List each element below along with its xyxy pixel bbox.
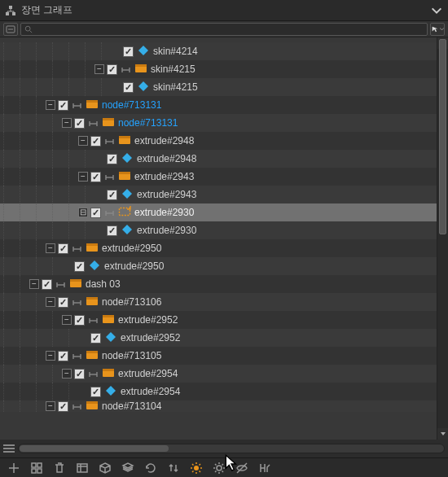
horizontal-scrollbar[interactable] [18,444,445,453]
trash-button[interactable] [52,461,67,475]
svg-rect-55 [70,279,81,282]
tree-row[interactable]: −✓extrude#2930 [0,221,448,239]
visibility-checkbox[interactable]: ✓ [58,351,68,361]
expand-toggle[interactable]: − [62,118,72,128]
visibility-checkbox[interactable]: ✓ [123,82,134,93]
hierarchy-cap-icon [104,137,115,145]
expand-toggle[interactable]: − [78,172,88,182]
tree-item-label: extrude#2954 [121,386,180,397]
visibility-checkbox[interactable]: ✓ [90,172,101,182]
expand-toggle[interactable]: − [62,369,72,379]
tree-row[interactable]: ⊟✓extrude#2930 [0,203,448,221]
search-field[interactable] [35,24,424,34]
expand-toggle[interactable]: ⊟ [78,208,88,217]
tree-item-label: extrude#2952 [118,314,178,326]
visibility-checkbox[interactable]: ✓ [107,190,117,200]
panel-header: 장면 그래프 [0,0,448,21]
refresh-button[interactable] [143,461,158,475]
node-icon [102,313,118,328]
expand-toggle[interactable]: − [62,315,72,325]
visibility-checkbox[interactable]: ✓ [90,136,101,147]
node-icon [86,241,102,256]
tree-row[interactable]: −✓extrude#2943 [0,168,448,186]
expand-toggle[interactable]: − [29,279,39,289]
visibility-checkbox[interactable]: ✓ [58,297,68,308]
svg-rect-84 [86,401,98,404]
tree-row[interactable]: −✓extrude#2950 [0,257,448,275]
visibility-checkbox[interactable]: ✓ [74,315,85,326]
visibility-checkbox[interactable]: ✓ [123,46,134,57]
svg-rect-18 [86,100,98,103]
visibility-checkbox[interactable]: ✓ [58,243,68,254]
svg-rect-48 [86,243,98,246]
tree-row[interactable]: −✓extrude#2950 [0,239,448,257]
tree-view[interactable]: −✓skin#4214−✓skin#4215−✓skin#4215−✓node#… [0,37,448,440]
horizontal-scroll-thumb[interactable] [20,445,169,452]
tree-options-icon[interactable] [3,444,15,453]
skin-icon [137,44,153,59]
node-icon [86,295,102,310]
expand-toggle[interactable]: − [78,136,88,146]
search-input[interactable] [20,23,428,36]
vertical-scroll-thumb[interactable] [439,39,446,234]
cube-button[interactable] [98,461,112,475]
expand-toggle[interactable]: − [46,100,55,110]
tree-row[interactable]: −✓node#713106 [0,293,448,311]
expand-toggle[interactable]: − [46,243,55,253]
tree-row[interactable]: −✓node#713131 [0,114,448,132]
hierarchy-cap-icon [88,316,99,324]
tree-row[interactable]: −✓extrude#2952 [0,311,448,329]
selection-filter-button[interactable] [430,23,445,36]
visibility-checkbox[interactable]: ✓ [90,333,101,344]
expand-toggle[interactable]: − [46,351,55,361]
visibility-checkbox[interactable]: ✓ [58,401,68,412]
tree-item-label: node#713131 [102,99,161,111]
tree-row[interactable]: −✓extrude#2954 [0,365,448,383]
tree-row[interactable]: −✓node#713105 [0,347,448,365]
tree-item-label: extrude#2948 [137,153,196,164]
panel-title: 장면 그래프 [21,3,430,17]
scroll-down-button[interactable] [437,428,448,440]
tree-row[interactable]: −✓skin#4215 [0,78,448,96]
sun-dark-button[interactable] [212,461,226,475]
tree-row[interactable]: −✓extrude#2952 [0,329,448,347]
visibility-checkbox[interactable]: ✓ [74,118,85,129]
filter-mode-button[interactable] [3,23,18,36]
tree-row[interactable]: −✓extrude#2948 [0,132,448,150]
tree-row[interactable]: −✓node#713131 [0,96,448,114]
viewport-button[interactable] [75,461,90,475]
hk-button[interactable] [257,461,272,475]
tree-row[interactable]: −✓node#713104 [0,400,448,412]
updown-button[interactable] [166,461,181,475]
tree-row[interactable]: −✓extrude#2943 [0,186,448,203]
tree-item-label: extrude#2948 [134,135,194,147]
visibility-checkbox[interactable]: ✓ [74,261,85,272]
eye-off-button[interactable] [235,461,249,475]
tree-row[interactable]: −✓extrude#2954 [0,383,448,400]
visibility-checkbox[interactable]: ✓ [90,208,101,218]
tree-row[interactable]: −✓skin#4215 [0,60,448,78]
visibility-checkbox[interactable]: ✓ [74,369,85,379]
hierarchy-cap-icon [72,352,82,360]
visibility-checkbox[interactable]: ✓ [42,279,52,290]
visibility-checkbox[interactable]: ✓ [90,387,101,397]
expand-toggle[interactable]: − [94,64,104,74]
svg-rect-77 [103,369,114,371]
stack-button[interactable] [121,461,135,475]
visibility-checkbox[interactable]: ✓ [107,64,117,75]
skin-icon [121,151,137,167]
grid4-button[interactable] [29,461,44,475]
tree-row[interactable]: −✓extrude#2948 [0,150,448,168]
tree-row[interactable]: −✓dash 03 [0,275,448,293]
sun-full-button[interactable] [189,461,204,475]
vertical-scrollbar[interactable] [437,37,448,440]
expand-toggle[interactable]: − [46,297,55,307]
visibility-checkbox[interactable]: ✓ [58,100,68,111]
tree-row[interactable]: −✓skin#4214 [0,42,448,60]
panel-menu-chevron-icon[interactable] [430,4,443,17]
expand-toggle[interactable]: − [46,401,55,411]
svg-point-90 [194,466,199,470]
add-button[interactable] [7,461,21,475]
visibility-checkbox[interactable]: ✓ [107,225,117,236]
visibility-checkbox[interactable]: ✓ [107,154,117,164]
